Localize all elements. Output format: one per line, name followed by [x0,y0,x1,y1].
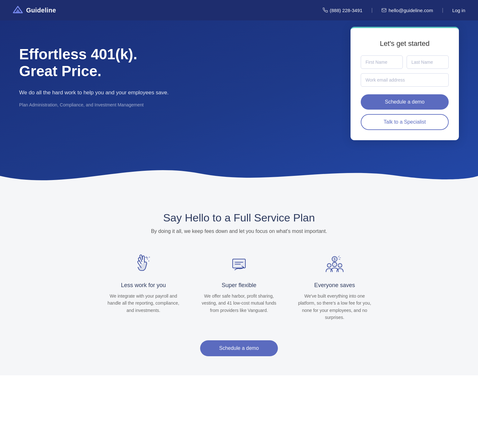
header-nav: (888) 228-3491 | hello@guideline.com | L… [323,7,465,13]
svg-point-5 [148,261,149,262]
feature-name-2: Super flexible [201,282,277,289]
hero-tagline: Plan Administration, Compliance, and Inv… [19,102,210,107]
hero-subtitle: We do all the hard work to help you and … [19,89,210,97]
hero-wave [0,161,478,186]
svg-rect-6 [233,259,245,268]
logo-text: Guideline [26,7,56,14]
feature-item-3: $ Everyone saves We've built everything … [296,253,373,321]
features-title: Say Hello to a Full Service Plan [13,212,465,224]
phone-number: (888) 228-3491 [330,8,363,13]
email-icon [381,8,387,13]
svg-point-4 [149,257,150,258]
feature-item-2: Super flexible We offer safe harbor, pro… [201,253,277,321]
email-address: hello@guideline.com [388,8,433,13]
signup-card: Let's get started Schedule a demo Talk t… [351,27,459,140]
feature-name-3: Everyone saves [296,282,373,289]
svg-point-10 [332,262,337,267]
svg-point-11 [338,264,342,267]
svg-point-9 [327,264,331,267]
logo-icon [13,5,23,15]
svg-text:$: $ [334,257,336,261]
hand-pointer-icon [132,253,155,276]
feature-desc-2: We offer safe harbor, profit sharing, ve… [201,293,277,314]
email-link[interactable]: hello@guideline.com [381,8,433,13]
talk-to-specialist-button[interactable]: Talk to a Specialist [361,114,449,130]
name-row [361,55,449,69]
svg-point-3 [147,259,148,260]
card-title: Let's get started [361,40,449,48]
features-grid: Less work for you We integrate with your… [13,253,465,321]
svg-rect-2 [382,9,386,12]
feature-desc-3: We've built everything into one platform… [296,293,373,321]
phone-icon [323,8,328,13]
people-savings-icon: $ [323,253,346,276]
feature-desc-1: We integrate with your payroll and handl… [105,293,182,314]
features-section: Say Hello to a Full Service Plan By doin… [0,186,478,375]
flexible-icon [228,253,250,276]
header: Guideline (888) 228-3491 | hello@guideli… [0,0,478,20]
logo[interactable]: Guideline [13,5,56,15]
hero-section: Effortless 401(k).Great Price. We do all… [0,20,478,186]
feature-item-1: Less work for you We integrate with your… [105,253,182,321]
email-input[interactable] [361,73,449,87]
schedule-demo-button[interactable]: Schedule a demo [361,94,449,110]
hero-content: Effortless 401(k).Great Price. We do all… [19,40,210,148]
login-button[interactable]: Log in [452,8,465,13]
features-subtitle: By doing it all, we keep fees down and l… [13,228,465,234]
last-name-input[interactable] [407,55,449,69]
email-row [361,73,449,87]
first-name-input[interactable] [361,55,403,69]
phone-link[interactable]: (888) 228-3491 [323,8,363,13]
feature-name-1: Less work for you [105,282,182,289]
hero-title: Effortless 401(k).Great Price. [19,46,210,80]
features-schedule-demo-button[interactable]: Schedule a demo [200,340,278,356]
